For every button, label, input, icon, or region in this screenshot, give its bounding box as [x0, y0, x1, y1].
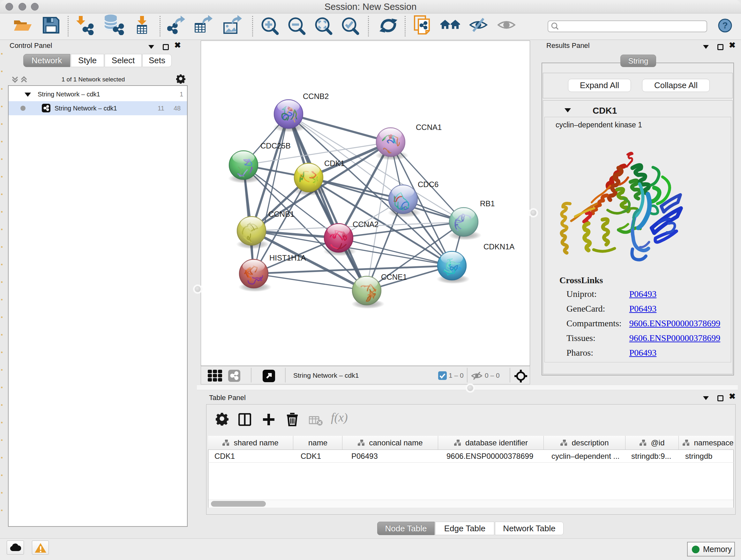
svg-text:CDC6: CDC6 [418, 180, 439, 189]
svg-text:CCNE1: CCNE1 [381, 273, 407, 281]
svg-text:CDKN1A: CDKN1A [483, 242, 515, 251]
svg-text:CDK1: CDK1 [324, 159, 345, 168]
svg-text:CCNA1: CCNA1 [416, 123, 442, 132]
svg-text:CCNA2: CCNA2 [353, 220, 379, 229]
svg-text:CCNB2: CCNB2 [303, 92, 329, 101]
svg-text:RB1: RB1 [480, 199, 495, 208]
svg-text:HIST1H1A: HIST1H1A [269, 253, 306, 262]
svg-text:CCNB1: CCNB1 [268, 210, 294, 219]
svg-text:?: ? [722, 20, 728, 30]
svg-text:CDC25B: CDC25B [260, 141, 291, 150]
